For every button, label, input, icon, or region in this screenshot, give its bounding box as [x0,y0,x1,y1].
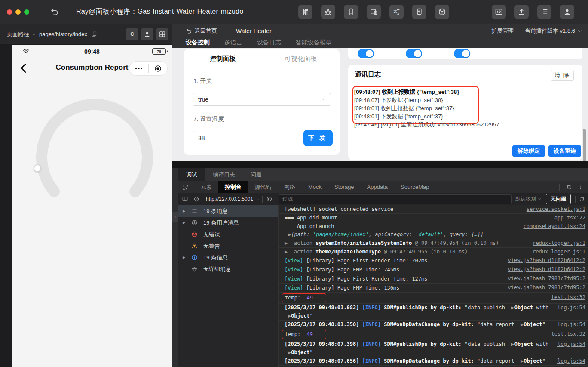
expand-arrow-icon[interactable]: ▶ [183,256,185,259]
console-sidebar-item[interactable]: 无错误 [178,228,278,240]
dp-toggle-switch[interactable] [406,49,422,58]
cube-button[interactable] [435,5,449,19]
console-log-row[interactable]: [2025/3/17 09:48:07.398] [INFO] SDM#publ… [279,340,588,357]
clear-log-button[interactable]: 清 除 [551,70,574,81]
remote-debug-button[interactable] [367,5,381,19]
log-level-select[interactable]: 默认级别 [515,195,542,203]
panel-tab-SourceMap[interactable]: SourceMap [394,181,435,193]
device-tab-设备日志[interactable]: 设备日志 [257,38,281,46]
source-link[interactable]: redux-logger.js:1 [533,239,585,247]
dp-toggle-switch[interactable] [358,49,374,58]
close-window-button[interactable] [7,9,12,15]
console-log-row[interactable]: [webshell] socket connected serviceservi… [279,205,588,214]
panel-tab-Storage[interactable]: Storage [328,181,361,193]
send-button[interactable]: 下 发 [303,130,333,146]
console-log-row[interactable]: [View] [Library] Page FMP Time: 245msvie… [279,265,588,274]
gauge-handle[interactable] [34,164,41,172]
device-tab-设备控制[interactable]: 设备控制 [186,38,210,46]
console-sidebar-item[interactable]: 无详细消息 [178,263,278,275]
console-log-row[interactable]: temp: 49test.tsx:32 [279,293,588,304]
list-menu-button[interactable] [537,5,551,19]
console-log-row[interactable]: ▶ action systemInfo/initializeSystemInfo… [279,239,588,248]
grid-button[interactable] [156,28,168,40]
unbind-button[interactable]: 解除绑定 [512,145,545,157]
console-sidebar-item[interactable]: 无警告 [178,240,278,252]
minimize-window-button[interactable] [15,9,21,15]
collapse-panel-button[interactable]: ‹ [172,212,178,222]
bug-button[interactable] [321,5,335,19]
reconnect-button[interactable]: 设备重连 [548,145,581,157]
console-filter-input[interactable] [279,194,512,204]
log-object-preview[interactable]: ▶Object" [285,348,585,357]
code-button[interactable] [492,5,506,19]
dp-toggle-switch[interactable] [454,49,470,58]
console-log-row[interactable]: [2025/3/17 09:48:07.656] [INFO] SDM#onDp… [279,357,588,366]
traffic-lights[interactable] [7,9,29,15]
panel-tab-源代码[interactable]: 源代码 [248,181,278,193]
source-link[interactable]: app.tsx:22 [554,214,585,222]
upload-button[interactable] [514,5,529,19]
user-button[interactable] [560,5,574,19]
console-log-row[interactable]: [View] [Library] Page First Render Time:… [279,256,588,265]
source-link[interactable]: log.js:54 [557,357,585,365]
console-log-row[interactable]: [2025/3/17 09:48:01.082] [INFO] SDM#publ… [279,304,588,321]
maximize-window-button[interactable] [24,9,29,15]
source-link[interactable]: redux-logger.js:1 [533,248,585,256]
panel-tab-控制台[interactable]: 控制台 [218,181,248,193]
page-path-value[interactable]: pages/history/index [39,31,87,37]
consumption-gauge[interactable] [12,92,172,221]
source-link[interactable]: test.tsx:32 [551,330,585,338]
capsule-close-button[interactable] [149,65,168,73]
tune-button[interactable] [298,5,312,19]
source-link[interactable]: test.tsx:32 [551,293,585,302]
panel-splitter[interactable] [172,161,588,168]
clear-console-icon[interactable] [193,196,199,202]
source-link[interactable]: view.js?hash=7981c7fd95:2 [508,284,585,292]
source-link[interactable]: view.js?hash=d1f82b64f2:2 [508,256,585,265]
chevron-down-icon[interactable] [32,32,37,37]
log-object-preview[interactable]: ▶{path: 'pages/home/index', apiCategory:… [285,231,585,239]
source-link[interactable]: log.js:54 [557,340,585,348]
source-link[interactable]: view.js?hash=7981c7fd95:2 [508,274,585,283]
panel-tab-网络[interactable]: 网络 [278,181,302,193]
source-link[interactable]: composeLayout.tsx:24 [524,222,586,231]
device-tab-智能设备模型[interactable]: 智能设备模型 [296,38,332,46]
switch-select[interactable]: true [193,93,331,106]
panel-tab-Appdata[interactable]: Appdata [361,181,394,193]
context-url[interactable]: http://127.0.0.1:5001 [206,196,253,202]
plugin-version-select[interactable]: 当前插件版本 v1.8.6 [525,27,582,35]
panel-tab-Mock[interactable]: Mock [302,181,328,193]
capsule-menu-button[interactable] [129,64,148,73]
settings-gear-icon[interactable] [566,184,572,190]
console-log-row[interactable]: temp: 49test.tsx:32 [279,329,588,340]
compile-button[interactable]: C [126,28,138,40]
phone-simulator[interactable]: 09:48 78 Consumption Report [12,45,172,367]
more-options-icon[interactable] [577,184,584,190]
console-log-row[interactable]: ▶ action theme/updateThemeType @ 09:47:4… [279,248,588,256]
console-log-row[interactable]: [View] [Library] Page First Render Time:… [279,274,588,284]
console-settings-gear-icon[interactable] [579,196,585,202]
phone-button[interactable] [344,5,358,19]
log-object-preview[interactable]: ▶Object" [285,312,585,320]
console-sidebar-item[interactable]: ▶19 条用户消息 [178,217,278,228]
source-link[interactable]: log.js:54 [557,321,585,329]
console-log-row[interactable]: [2025/3/17 09:48:01.350] [INFO] SDM#onDp… [279,321,588,329]
console-log-row[interactable]: === App onLaunchcomposeLayout.tsx:24▶{pa… [279,222,588,239]
chevron-down-icon[interactable] [256,197,260,201]
console-sidebar-item[interactable]: ▶19 条信息 [178,252,278,263]
back-home-button[interactable]: 返回首页 [186,27,217,35]
translate-button[interactable]: 文A [389,5,404,19]
user-button[interactable] [141,28,153,40]
issues-button[interactable]: 无问题 [546,194,571,204]
expand-arrow-icon[interactable]: ▶ [183,209,185,213]
toggle-sidebar-icon[interactable] [182,196,188,202]
console-tab-问题[interactable]: 问题 [243,168,270,181]
console-tab-编译日志[interactable]: 编译日志 [205,168,243,181]
source-link[interactable]: service.socket.js:1 [527,205,585,213]
back-button[interactable] [50,7,59,17]
inspect-element-button[interactable] [178,184,192,191]
device-tab-多语言[interactable]: 多语言 [224,38,242,46]
copy-icon[interactable] [91,31,97,37]
source-link[interactable]: log.js:54 [557,304,585,312]
source-link[interactable]: view.js?hash=d1f82b64f2:2 [508,265,585,274]
